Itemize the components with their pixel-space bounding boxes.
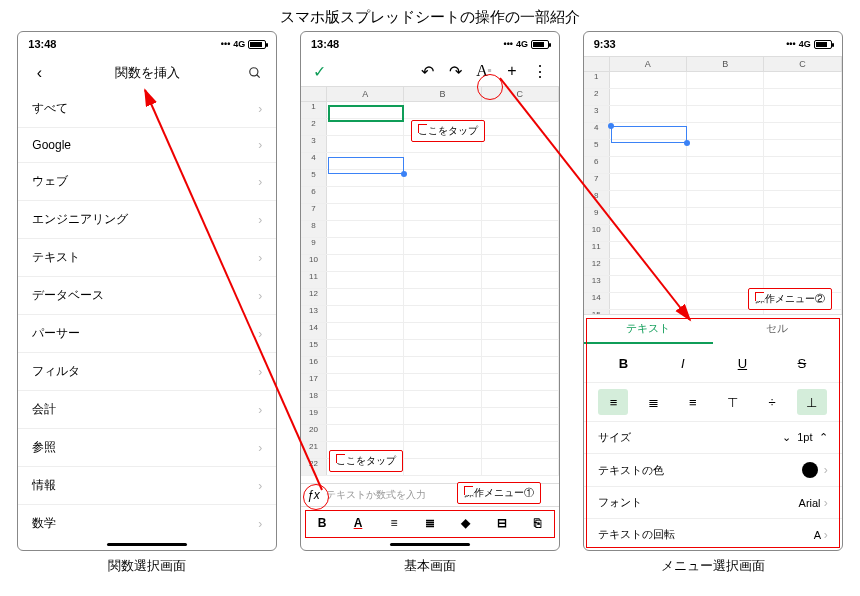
cell[interactable] (482, 272, 559, 288)
cell[interactable] (764, 72, 841, 88)
cell[interactable] (327, 306, 404, 322)
row-header[interactable]: 20 (301, 425, 327, 441)
align-center-icon[interactable]: ≣ (417, 511, 443, 535)
list-item[interactable]: 会計› (18, 391, 276, 429)
cell[interactable] (482, 221, 559, 237)
row-header[interactable]: 3 (301, 136, 327, 152)
spreadsheet[interactable]: A B C 123456789101112131415 (584, 56, 842, 314)
cell[interactable] (687, 208, 764, 224)
cell[interactable] (404, 459, 481, 475)
row-header[interactable]: 7 (301, 204, 327, 220)
cell[interactable] (687, 89, 764, 105)
cell[interactable] (327, 221, 404, 237)
cell[interactable] (404, 102, 481, 118)
cell[interactable] (404, 425, 481, 441)
row-header[interactable]: 3 (584, 106, 610, 122)
row-header[interactable]: 11 (301, 272, 327, 288)
plus-icon[interactable]: + (501, 60, 523, 82)
row-header[interactable]: 12 (301, 289, 327, 305)
formula-input[interactable]: テキストか数式を入力 (326, 488, 553, 502)
cell[interactable] (610, 72, 687, 88)
row-header[interactable]: 2 (584, 89, 610, 105)
cell[interactable] (404, 204, 481, 220)
align-left-icon[interactable]: ≡ (381, 511, 407, 535)
cell[interactable] (610, 259, 687, 275)
cell[interactable] (482, 102, 559, 118)
cell[interactable] (404, 187, 481, 203)
row-header[interactable]: 13 (301, 306, 327, 322)
cell[interactable] (610, 242, 687, 258)
row-header[interactable]: 9 (584, 208, 610, 224)
wrap-icon[interactable]: ⎘ (525, 511, 551, 535)
cell[interactable] (404, 357, 481, 373)
cell[interactable] (327, 340, 404, 356)
redo-icon[interactable]: ↷ (445, 60, 467, 82)
undo-icon[interactable]: ↶ (417, 60, 439, 82)
format-text-icon[interactable]: A≡ (473, 60, 495, 82)
cell[interactable] (327, 289, 404, 305)
font-row[interactable]: フォント Arial › (584, 486, 842, 518)
cell[interactable] (482, 357, 559, 373)
valign-top-icon[interactable]: ⊤ (717, 389, 747, 415)
row-header[interactable]: 1 (301, 102, 327, 118)
cell[interactable] (482, 391, 559, 407)
align-right-icon[interactable]: ≡ (678, 389, 708, 415)
cell[interactable] (327, 187, 404, 203)
strike-icon[interactable]: S (787, 350, 817, 376)
list-item[interactable]: ウェブ› (18, 163, 276, 201)
list-item[interactable]: すべて› (18, 90, 276, 128)
cell[interactable] (610, 106, 687, 122)
cell[interactable] (764, 123, 841, 139)
spreadsheet[interactable]: A B C 1234567891011121314151617181920212… (301, 86, 559, 483)
list-item[interactable]: 参照› (18, 429, 276, 467)
cell[interactable] (764, 293, 841, 309)
cell[interactable] (764, 89, 841, 105)
row-header[interactable]: 4 (301, 153, 327, 169)
cell[interactable] (687, 191, 764, 207)
cell[interactable] (327, 442, 404, 458)
cell[interactable] (764, 174, 841, 190)
row-header[interactable]: 2 (301, 119, 327, 135)
cell[interactable] (764, 242, 841, 258)
cell[interactable] (404, 289, 481, 305)
cell[interactable] (687, 123, 764, 139)
cell[interactable] (610, 276, 687, 292)
cell[interactable] (404, 374, 481, 390)
row-header[interactable]: 18 (301, 391, 327, 407)
row-header[interactable]: 22 (301, 459, 327, 475)
underline-icon[interactable]: U (727, 350, 757, 376)
row-header[interactable]: 1 (584, 72, 610, 88)
chevron-up-icon[interactable]: ⌃ (819, 431, 828, 443)
cell[interactable] (404, 255, 481, 271)
row-header[interactable]: 21 (301, 442, 327, 458)
cell[interactable] (610, 208, 687, 224)
cell[interactable] (482, 408, 559, 424)
col-header[interactable]: C (764, 57, 841, 71)
cell[interactable] (610, 310, 687, 314)
row-header[interactable]: 5 (301, 170, 327, 186)
list-item[interactable]: Google› (18, 128, 276, 163)
cell[interactable] (482, 374, 559, 390)
cell[interactable] (764, 310, 841, 314)
row-header[interactable]: 7 (584, 174, 610, 190)
list-item[interactable]: フィルタ› (18, 353, 276, 391)
list-item[interactable]: パーサー› (18, 315, 276, 353)
row-header[interactable]: 9 (301, 238, 327, 254)
fill-color-icon[interactable]: ◆ (453, 511, 479, 535)
size-row[interactable]: サイズ ⌄ 1pt ⌃ (584, 421, 842, 453)
cell[interactable] (610, 89, 687, 105)
cell[interactable] (327, 408, 404, 424)
cell[interactable] (404, 119, 481, 135)
cell[interactable] (687, 276, 764, 292)
cell[interactable] (687, 72, 764, 88)
cell[interactable] (404, 221, 481, 237)
cell[interactable] (327, 255, 404, 271)
tab-text[interactable]: テキスト (584, 315, 713, 344)
back-icon[interactable]: ‹ (28, 62, 50, 84)
cell[interactable] (482, 204, 559, 220)
align-left-icon[interactable]: ≡ (598, 389, 628, 415)
cell[interactable] (610, 293, 687, 309)
cell[interactable] (482, 323, 559, 339)
cell[interactable] (687, 259, 764, 275)
row-header[interactable]: 8 (584, 191, 610, 207)
